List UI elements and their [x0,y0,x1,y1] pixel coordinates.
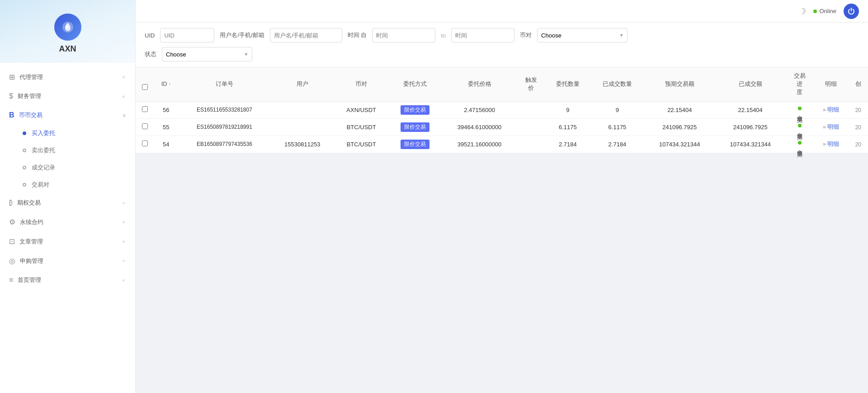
row-order-no-1: ES1650897819218991 [178,118,270,136]
sidebar-item-agent[interactable]: ⊞ 代理管理 ＜ [0,67,135,87]
brand-name: AXN [59,44,76,54]
progress-text-2: 全部成交 [796,145,803,147]
col-filled-qty: 已成交数量 [590,67,644,101]
status-select[interactable]: Choose [162,47,252,61]
sidebar-item-perpetual[interactable]: ⚙ 永续合约 ＜ [0,212,135,232]
orders-table: ID ↑ 订单号 用户 币对 委托方式 委托价格 触发 价 委托数量 已成交数量… [136,67,868,153]
detail-btn-2[interactable]: 明细 [827,140,839,147]
row-pair-0: AXN/USDT [334,101,388,118]
row-checkbox-0[interactable] [142,106,148,112]
sidebar-item-futures[interactable]: ₿ 期权交易 ＜ [0,193,135,212]
perpetual-chevron: ＜ [121,219,126,225]
row-delegate-price-0: 2.47156000 [442,101,517,118]
perpetual-label: 永续合约 [20,218,43,226]
sidebar-item-sell-order[interactable]: 卖出委托 [0,142,135,159]
time-label: 时间 自 [348,31,367,39]
top-bar: ☽ Online [136,0,868,23]
perpetual-icon: ⚙ [9,218,15,226]
row-pair-1: BTC/USDT [334,118,388,136]
table-row: 55 ES1650897819218991 BTC/USDT 限价交易 3946… [136,118,868,136]
agent-label: 代理管理 [19,73,43,81]
ipo-label: 申购管理 [20,257,43,265]
home-icon: ≡ [9,276,13,284]
row-filled-amount-2: 107434.321344 [715,136,786,153]
row-checkbox-1[interactable] [142,123,148,129]
sidebar-item-article[interactable]: ⊡ 文章管理 ＜ [0,232,135,251]
home-chevron: ＜ [121,277,126,284]
moon-icon[interactable]: ☽ [799,6,806,16]
detail-arrow-1: » [823,124,826,130]
sidebar-item-coin-trade[interactable]: B 币币交易 ∨ [0,106,135,125]
filter-row-1: UID 用户名/手机/邮箱 时间 自 to 币对 Choose ▼ [145,28,859,42]
col-checkbox [136,67,154,101]
article-label: 文章管理 [19,238,43,246]
col-id: ID ↑ [154,67,178,101]
detail-arrow-2: » [823,141,826,147]
row-detail-1: » 明细 [814,118,849,136]
sell-order-dot [23,149,26,152]
trade-pair-label: 交易对 [32,181,49,189]
col-pair: 币对 [334,67,388,101]
row-detail-2: » 明细 [814,136,849,153]
row-pair-2: BTC/USDT [334,136,388,153]
row-delegate-qty-2: 2.7184 [545,136,590,153]
sidebar-menu: ⊞ 代理管理 ＜ $ 财务管理 ＜ B 币币交易 ∨ 买入委托 [0,63,135,393]
row-user-0 [271,101,335,118]
row-order-no-0: ES1651165533281807 [178,101,270,118]
row-created-0: 20 [849,101,868,118]
sidebar-item-finance[interactable]: $ 财务管理 ＜ [0,87,135,106]
col-progress: 交易 进 度 [786,67,814,101]
col-delegate-qty: 委托数量 [545,67,590,101]
row-expected-amount-0: 22.15404 [644,101,715,118]
pair-select[interactable]: Choose [537,28,627,42]
finance-chevron: ＜ [121,93,126,100]
row-id-0: 56 [154,101,178,118]
finance-icon: $ [9,92,13,100]
sidebar-item-ipo[interactable]: ◎ 申购管理 ＜ [0,251,135,271]
row-progress-1: 全部成交 [786,118,814,136]
delegate-badge-2: 限价交易 [401,140,429,149]
row-checkbox-cell-2 [136,136,154,153]
row-trigger-price-1 [517,118,545,136]
col-delegate-type: 委托方式 [388,67,442,101]
sidebar-item-trade-pair[interactable]: 交易对 [0,176,135,193]
sidebar-item-buy-order[interactable]: 买入委托 [0,125,135,142]
pair-select-wrap: Choose ▼ [537,28,627,42]
row-order-no-2: EB1650897797435536 [178,136,270,153]
row-delegate-qty-0: 9 [545,101,590,118]
uid-input[interactable] [160,28,214,42]
finance-label: 财务管理 [18,92,41,100]
coin-trade-chevron: ∨ [123,112,126,118]
content-area: UID 用户名/手机/邮箱 时间 自 to 币对 Choose ▼ 状态 [136,23,868,393]
col-expected-amount: 预期交易额 [644,67,715,101]
online-dot [813,9,817,13]
uid-label: UID [145,32,155,39]
id-sort-icon[interactable]: ↑ [169,81,171,87]
time-from-input[interactable] [372,28,435,42]
sidebar-item-home[interactable]: ≡ 首页管理 ＜ [0,271,135,290]
detail-btn-0[interactable]: 明细 [827,106,839,113]
ipo-chevron: ＜ [121,257,126,264]
row-expected-amount-2: 107434.321344 [644,136,715,153]
detail-btn-1[interactable]: 明细 [827,123,839,130]
user-input[interactable] [270,28,342,42]
col-order-no: 订单号 [178,67,270,101]
svg-point-1 [66,25,68,28]
logo-icon [54,14,81,41]
sell-order-label: 卖出委托 [32,146,55,154]
filter-row-2: 状态 Choose ▼ [145,47,859,61]
futures-chevron: ＜ [121,200,126,206]
row-user-1 [271,118,335,136]
row-checkbox-cell-1 [136,118,154,136]
select-all-checkbox[interactable] [142,84,148,90]
time-to-input[interactable] [451,28,514,42]
row-checkbox-2[interactable] [142,140,148,146]
article-chevron: ＜ [121,238,126,245]
row-filled-amount-1: 241096.7925 [715,118,786,136]
row-filled-amount-0: 22.15404 [715,101,786,118]
table-row: 56 ES1651165533281807 AXN/USDT 限价交易 2.47… [136,101,868,118]
row-delegate-price-2: 39521.16000000 [442,136,517,153]
sidebar-item-trade-record[interactable]: 成交记录 [0,159,135,176]
row-expected-amount-1: 241096.7925 [644,118,715,136]
power-button[interactable] [844,4,859,19]
